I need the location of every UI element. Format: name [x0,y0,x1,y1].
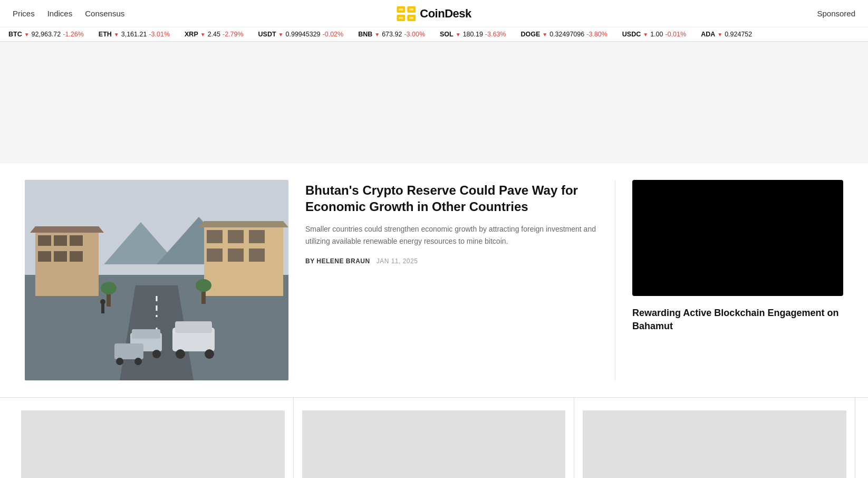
nav-logo[interactable]: CoinDesk [397,6,471,21]
price-ticker: BTC ▼ 92,963.72 -1.26% ETH ▼ 3,161.21 -3… [0,27,868,42]
content-divider [615,180,615,380]
ticker-usdt[interactable]: USDT ▼ 0.99945329 -0.02% [258,31,344,38]
svg-rect-46 [101,304,104,313]
svg-rect-26 [249,230,265,243]
featured-article: Bhutan's Crypto Reserve Could Pave Way f… [25,180,598,380]
article-image-svg [25,180,288,380]
svg-rect-21 [70,251,83,262]
svg-rect-18 [70,235,83,246]
nav-prices[interactable]: Prices [13,9,35,18]
ticker-sol-symbol: SOL [440,31,454,38]
ticker-usdc-symbol: USDC [622,31,641,38]
bottom-strip [0,397,868,478]
ticker-sol[interactable]: SOL ▼ 180.19 -3.63% [440,31,506,38]
svg-marker-22 [30,226,104,233]
svg-rect-28 [228,248,244,262]
bottom-article-2 [294,398,575,478]
ticker-usdt-symbol: USDT [258,31,276,38]
svg-rect-16 [38,235,51,246]
ticker-sol-change: -3.63% [485,31,506,38]
svg-rect-4 [399,8,403,11]
svg-rect-5 [409,8,413,11]
nav-indices[interactable]: Indices [47,9,73,18]
svg-rect-27 [207,248,223,262]
sidebar-ad[interactable] [632,180,843,296]
svg-rect-24 [207,230,223,243]
ticker-bnb-symbol: BNB [358,31,372,38]
svg-point-45 [196,279,211,292]
article-excerpt: Smaller countries could strengthen econo… [305,223,598,247]
ticker-eth-symbol: ETH [99,31,112,38]
svg-rect-19 [38,251,51,262]
ticker-usdc-change: -0.01% [666,31,687,38]
svg-point-41 [205,349,214,359]
ticker-doge[interactable]: DOGE ▼ 0.32497096 -3.80% [520,31,607,38]
ad-banner [0,42,868,163]
bottom-article-image-3 [583,410,846,478]
ticker-doge-symbol: DOGE [520,31,540,38]
ticker-ada-symbol: ADA [701,31,715,38]
ticker-xrp[interactable]: XRP ▼ 2.45 -2.79% [185,31,244,38]
ticker-sol-arrow: ▼ [456,32,461,37]
article-body: Bhutan's Crypto Reserve Could Pave Way f… [305,180,598,380]
ticker-bnb-price: 673.92 [382,31,402,38]
article-author[interactable]: BY HELENE BRAUN [305,257,370,265]
article-image[interactable] [25,180,288,380]
ticker-xrp-change: -2.79% [223,31,244,38]
ticker-doge-change: -3.80% [586,31,607,38]
svg-rect-39 [175,321,212,333]
svg-rect-20 [54,251,67,262]
ticker-usdt-arrow: ▼ [278,32,284,37]
svg-rect-6 [399,17,403,19]
ticker-btc-change: -1.26% [63,31,84,38]
ticker-usdc-price: 1.00 [650,31,663,38]
ticker-eth[interactable]: ETH ▼ 3,161.21 -3.01% [99,31,170,38]
coindesk-logo-text: CoinDesk [420,7,471,21]
nav-consensus[interactable]: Consensus [85,9,124,18]
svg-point-34 [152,350,161,358]
svg-point-40 [176,349,185,359]
svg-point-47 [100,299,105,304]
ticker-ada-price: 0.924752 [725,31,752,38]
ticker-bnb-arrow: ▼ [374,32,380,37]
ticker-btc-arrow: ▼ [24,32,30,37]
bottom-article-1 [13,398,294,478]
ticker-btc[interactable]: BTC ▼ 92,963.72 -1.26% [8,31,84,38]
ticker-usdc-arrow: ▼ [643,32,648,37]
ticker-btc-price: 92,963.72 [32,31,61,38]
navbar: Prices Indices Consensus CoinDesk Sponso… [0,0,868,27]
ticker-eth-price: 3,161.21 [121,31,147,38]
ticker-doge-price: 0.32497096 [549,31,584,38]
nav-left: Prices Indices Consensus [13,9,124,18]
ticker-sol-price: 180.19 [463,31,483,38]
bottom-article-image-1 [21,410,285,478]
ticker-ada-arrow: ▼ [717,32,722,37]
svg-rect-25 [228,230,244,243]
main-content: Bhutan's Crypto Reserve Could Pave Way f… [12,163,856,397]
coindesk-logo-icon [397,6,416,21]
ticker-xrp-price: 2.45 [208,31,220,38]
svg-rect-35 [114,343,143,359]
ticker-eth-change: -3.01% [149,31,170,38]
svg-marker-30 [199,221,288,227]
bottom-article-3 [574,398,855,478]
ticker-usdt-change: -0.02% [323,31,344,38]
ticker-doge-arrow: ▼ [542,32,547,37]
sidebar: Rewarding Active Blockchain Engagement o… [632,180,843,333]
svg-point-36 [116,358,123,365]
svg-point-43 [101,282,117,294]
svg-rect-17 [54,235,67,246]
ticker-eth-arrow: ▼ [114,32,119,37]
ticker-xrp-arrow: ▼ [200,32,206,37]
ticker-bnb[interactable]: BNB ▼ 673.92 -3.00% [358,31,425,38]
ticker-usdt-price: 0.99945329 [286,31,321,38]
ticker-ada[interactable]: ADA ▼ 0.924752 [701,31,752,38]
ticker-bnb-change: -3.00% [404,31,425,38]
article-title[interactable]: Bhutan's Crypto Reserve Could Pave Way f… [305,182,598,215]
ticker-btc-symbol: BTC [8,31,22,38]
article-meta: BY HELENE BRAUN JAN 11, 2025 [305,257,598,265]
sidebar-article-title[interactable]: Rewarding Active Blockchain Engagement o… [632,307,843,333]
svg-point-37 [134,358,142,365]
ticker-usdc[interactable]: USDC ▼ 1.00 -0.01% [622,31,686,38]
svg-rect-29 [249,248,265,262]
